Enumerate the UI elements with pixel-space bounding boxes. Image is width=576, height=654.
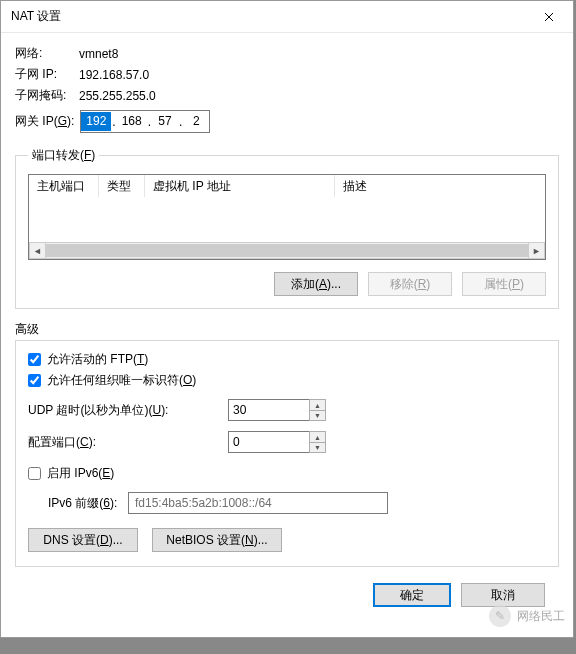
ipv6-prefix-input (128, 492, 388, 514)
ip-seg-3[interactable] (152, 112, 178, 131)
add-button[interactable]: 添加(A)... (274, 272, 358, 296)
netbios-settings-button[interactable]: NetBIOS 设置(N)... (152, 528, 282, 552)
port-forward-buttons: 添加(A)... 移除(R) 属性(P) (28, 272, 546, 296)
allow-ftp-label: 允许活动的 FTP(T) (47, 351, 148, 368)
gateway-row: 网关 IP(G): . . . (15, 110, 559, 133)
config-port-row: 配置端口(C): ▲ ▼ (28, 431, 546, 453)
subnet-mask-label: 子网掩码: (15, 87, 79, 104)
col-host-port[interactable]: 主机端口 (29, 175, 99, 197)
udp-timeout-spinner[interactable]: ▲ ▼ (310, 399, 326, 421)
enable-ipv6-checkbox[interactable] (28, 467, 41, 480)
network-row: 网络: vmnet8 (15, 45, 559, 62)
advanced-group: 允许活动的 FTP(T) 允许任何组织唯一标识符(O) UDP 超时(以秒为单位… (15, 340, 559, 567)
config-port-input[interactable] (228, 431, 310, 453)
port-forward-table[interactable]: 主机端口 类型 虚拟机 IP 地址 描述 ◄ ► (28, 174, 546, 260)
udp-timeout-label: UDP 超时(以秒为单位)(U): (28, 402, 228, 419)
subnet-mask-row: 子网掩码: 255.255.255.0 (15, 87, 559, 104)
allow-oui-row: 允许任何组织唯一标识符(O) (28, 372, 546, 389)
table-header: 主机端口 类型 虚拟机 IP 地址 描述 (29, 175, 545, 197)
port-forward-legend: 端口转发(F) (28, 147, 99, 164)
properties-button: 属性(P) (462, 272, 546, 296)
allow-oui-checkbox[interactable] (28, 374, 41, 387)
udp-timeout-row: UDP 超时(以秒为单位)(U): ▲ ▼ (28, 399, 546, 421)
spin-down-icon[interactable]: ▼ (309, 410, 326, 421)
watermark: ✎ 网络民工 (489, 605, 565, 627)
dialog-content: 网络: vmnet8 子网 IP: 192.168.57.0 子网掩码: 255… (1, 33, 573, 619)
advanced-label: 高级 (15, 321, 559, 338)
subnet-ip-label: 子网 IP: (15, 66, 79, 83)
enable-ipv6-row: 启用 IPv6(E) (28, 465, 546, 482)
ipv6-prefix-label: IPv6 前缀(6): (48, 495, 128, 512)
udp-timeout-input[interactable] (228, 399, 310, 421)
dns-settings-button[interactable]: DNS 设置(D)... (28, 528, 138, 552)
cancel-button[interactable]: 取消 (461, 583, 545, 607)
spin-up-icon[interactable]: ▲ (309, 399, 326, 410)
spin-up-icon[interactable]: ▲ (309, 431, 326, 442)
ip-seg-1[interactable] (81, 112, 111, 131)
allow-oui-label: 允许任何组织唯一标识符(O) (47, 372, 196, 389)
ip-seg-4[interactable] (183, 112, 209, 131)
dialog-title: NAT 设置 (11, 8, 529, 25)
close-button[interactable] (529, 3, 569, 31)
dialog-footer: 确定 取消 (15, 573, 559, 607)
subnet-ip-value: 192.168.57.0 (79, 68, 149, 82)
scroll-left-icon[interactable]: ◄ (29, 242, 46, 259)
allow-ftp-checkbox[interactable] (28, 353, 41, 366)
spin-down-icon[interactable]: ▼ (309, 442, 326, 453)
scroll-thumb[interactable] (46, 244, 528, 257)
nat-settings-dialog: NAT 设置 网络: vmnet8 子网 IP: 192.168.57.0 子网… (0, 0, 574, 638)
network-value: vmnet8 (79, 47, 118, 61)
ip-seg-2[interactable] (117, 112, 147, 131)
advanced-buttons: DNS 设置(D)... NetBIOS 设置(N)... (28, 528, 546, 552)
network-label: 网络: (15, 45, 79, 62)
allow-ftp-row: 允许活动的 FTP(T) (28, 351, 546, 368)
ok-button[interactable]: 确定 (373, 583, 451, 607)
horizontal-scrollbar[interactable]: ◄ ► (29, 242, 545, 259)
subnet-ip-row: 子网 IP: 192.168.57.0 (15, 66, 559, 83)
gateway-label: 网关 IP(G): (15, 113, 74, 130)
close-icon (544, 12, 554, 22)
col-vm-ip[interactable]: 虚拟机 IP 地址 (145, 175, 335, 197)
enable-ipv6-label: 启用 IPv6(E) (47, 465, 114, 482)
col-desc[interactable]: 描述 (335, 175, 545, 197)
watermark-text: 网络民工 (517, 608, 565, 625)
scroll-track[interactable] (46, 242, 528, 259)
port-forward-group: 端口转发(F) 主机端口 类型 虚拟机 IP 地址 描述 ◄ ► 添加(A)..… (15, 147, 559, 309)
titlebar: NAT 设置 (1, 1, 573, 33)
gateway-ip-input[interactable]: . . . (80, 110, 210, 133)
watermark-icon: ✎ (489, 605, 511, 627)
config-port-spinner[interactable]: ▲ ▼ (310, 431, 326, 453)
remove-button: 移除(R) (368, 272, 452, 296)
subnet-mask-value: 255.255.255.0 (79, 89, 156, 103)
config-port-label: 配置端口(C): (28, 434, 228, 451)
ipv6-prefix-row: IPv6 前缀(6): (48, 492, 546, 514)
scroll-right-icon[interactable]: ► (528, 242, 545, 259)
col-type[interactable]: 类型 (99, 175, 145, 197)
